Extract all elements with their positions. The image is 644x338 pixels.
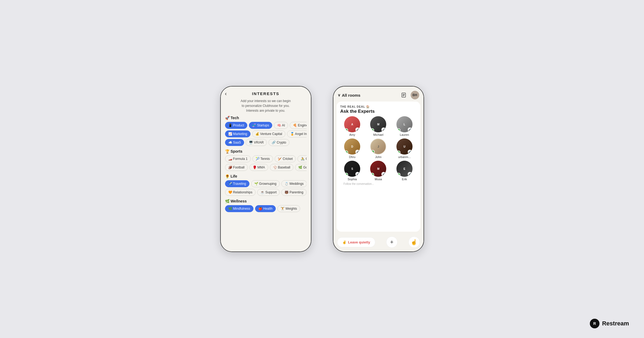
chevron-down-icon: ∨ [338,93,340,97]
rooms-header: ∨ All rooms BH [333,87,424,102]
mic-badge-amy: 🎤 [355,127,360,132]
interests-screen: ‹ INTERESTS Add your interests so we can… [221,87,311,251]
phones-wrapper: ‹ INTERESTS Add your interests so we can… [220,86,424,252]
tag-cricket[interactable]: 🏏 Cricket [275,155,296,162]
speaker-dot-musa: ✦ [370,173,374,176]
add-button[interactable]: + [386,236,398,248]
tag-parenting[interactable]: 🐻 Parenting [281,189,306,196]
leave-quietly-button[interactable]: ✌️ Leave quietly [337,237,375,247]
speaker-dot-amy: ✦ [344,128,348,132]
page-container: ‹ INTERESTS Add your interests so we can… [0,0,644,338]
avatar-name-erik: Erik [402,178,407,181]
room-label: THE REAL DEAL 🏠 [340,105,417,108]
tag-mindfulness[interactable]: 🌿 Mindfulness [225,205,253,212]
room-card-header: THE REAL DEAL 🏠 Ask the Experts [340,105,417,114]
mic-badge-dhru: 🎤 [355,150,360,154]
avatar-name-lauren: Lauren [400,133,409,136]
tag-crypto[interactable]: 🔗 Crypto [268,139,289,146]
life-title: 🌻 Life [225,174,307,178]
wellness-title: 🌿 Wellness [225,199,307,203]
tag-saas[interactable]: ☁️ SaaS [225,139,244,146]
all-rooms-title: All rooms [342,93,360,97]
category-tech: 🚀 Tech 📱 Product 🧬 Startups 🧠 AI 🍕 Engin… [225,116,307,146]
avatar-img-lauren: L ✦ 🎤 [396,116,413,132]
tag-marketing[interactable]: 📈 Marketing [225,130,251,137]
category-wellness: 🌿 Wellness 🌿 Mindfulness 🍎 Health 🏋️ Wei… [225,199,307,212]
restream-logo: R [590,319,599,328]
rooms-bottom-bar: ✌️ Leave quietly + ☝️ [333,234,424,251]
rooms-header-left: ∨ All rooms [338,93,360,97]
back-button[interactable]: ‹ [225,91,227,97]
room-title: Ask the Experts [340,109,417,114]
avatar-lauren: L ✦ 🎤 Lauren [392,116,416,136]
tag-weddings[interactable]: 💍 Weddings [281,180,307,187]
tag-f1[interactable]: 🏎️ Formula 1 [225,155,251,162]
tech-title: 🚀 Tech [225,116,307,120]
avatar-name-amy: Amy [349,133,355,136]
mic-badge-michael: 🎤 [381,127,386,132]
interests-body: 🚀 Tech 📱 Product 🧬 Startups 🧠 AI 🍕 Engin… [221,116,311,215]
tag-angel[interactable]: 🏅 Angel Inv [287,130,307,137]
speaker-dot-sophia: ✦ [344,173,348,176]
speaker-dot-john: ✦ [371,150,375,154]
avatar-erik: E ✦ 🎤 Erik [392,161,416,181]
category-sports: 🏆 Sports 🏎️ Formula 1 🎾 Tennis 🏏 Cricket… [225,149,307,171]
interests-title: INTERESTS [252,91,279,96]
speaker-dot-erik: ✦ [397,173,400,176]
tag-football[interactable]: 🏈 Football [225,164,248,171]
avatar-img-erik: E ✦ 🎤 [396,161,413,177]
category-life: 🌻 Life ✈️ Traveling 🌱 Grownuping 💍 Weddi… [225,174,307,196]
sports-tags-row2: 🏈 Football 🥊 MMA ⚾ Baseball 🌿 Golf [225,164,307,171]
avatar-name-sophia: Sophia [348,178,357,181]
tag-baseball[interactable]: ⚾ Baseball [270,164,293,171]
sports-tags-row1: 🏎️ Formula 1 🎾 Tennis 🏏 Cricket 🚴 Cyc [225,155,307,162]
sports-title: 🏆 Sports [225,149,307,153]
tag-startups[interactable]: 🧬 Startups [249,122,272,129]
tag-ai[interactable]: 🧠 AI [274,122,288,129]
tag-weights[interactable]: 🏋️ Weights [277,205,300,212]
note-icon-button[interactable] [399,91,408,99]
mic-badge-musa: 🎤 [381,172,386,176]
avatar-img-sophia: S ✦ 🎤 [344,161,360,177]
tech-tags-row3: ☁️ SaaS 🖥️ VR/AR 🔗 Crypto [225,139,307,146]
tag-vc[interactable]: 💰 Venture Capital [252,130,285,137]
raise-hand-button[interactable]: ☝️ [409,236,420,248]
tag-support[interactable]: ☕ Support [257,189,280,196]
room-footer: Follow the conversation... [340,181,417,185]
avatar-amy: A ✦ 🎤 Amy [340,116,364,136]
life-tags-row2: 🧡 Relationships ☕ Support 🐻 Parenting [225,189,307,196]
tag-vrar[interactable]: 🖥️ VR/AR [246,139,267,146]
tag-traveling[interactable]: ✈️ Traveling [225,180,249,187]
avatar-john: J ✦ John [366,138,390,159]
speaker-dot-michael: ✦ [370,128,374,132]
tag-product[interactable]: 📱 Product [225,122,248,129]
tech-tags-row1: 📱 Product 🧬 Startups 🧠 AI 🍕 Engineer [225,122,307,129]
avatar-dhru: D ✦ 🎤 Dhru [340,138,364,159]
avatar-img-michael: M ✦ 🎤 [370,116,386,132]
mic-badge-lauren: 🎤 [408,127,412,132]
avatar-img-urbanm: U ✦ 🎤 [396,138,413,155]
footer-text: Follow the conversation... [344,182,374,185]
tag-engineer[interactable]: 🍕 Engineer [290,122,306,129]
avatar-img-musa: M ✦ 🎤 [370,161,386,177]
interests-header: ‹ INTERESTS [221,87,311,97]
tag-grownuping[interactable]: 🌱 Grownuping [251,180,280,187]
rooms-header-icons: BH [399,91,419,99]
tag-mma[interactable]: 🥊 MMA [249,164,268,171]
tag-cycling[interactable]: 🚴 Cyc [297,155,306,162]
room-card[interactable]: THE REAL DEAL 🏠 Ask the Experts A ✦ [337,102,420,232]
user-avatar-badge[interactable]: BH [411,91,419,99]
avatars-grid: A ✦ 🎤 Amy [340,116,417,181]
leave-label: Leave quietly [348,240,370,244]
tech-tags-row2: 📈 Marketing 💰 Venture Capital 🏅 Angel In… [225,130,307,137]
rooms-screen: ∨ All rooms BH [333,87,424,251]
tag-tennis[interactable]: 🎾 Tennis [252,155,273,162]
tag-golf[interactable]: 🌿 Golf [295,164,306,171]
speaker-dot-lauren: ✦ [397,128,400,132]
mic-badge-erik: 🎤 [408,172,412,176]
mic-badge-urbanm: 🎤 [408,150,412,154]
avatar-michael: M ✦ 🎤 Michael [366,116,390,136]
avatar-img-dhru: D ✦ 🎤 [344,138,360,155]
tag-health[interactable]: 🍎 Health [255,205,276,212]
tag-relationships[interactable]: 🧡 Relationships [225,189,256,196]
